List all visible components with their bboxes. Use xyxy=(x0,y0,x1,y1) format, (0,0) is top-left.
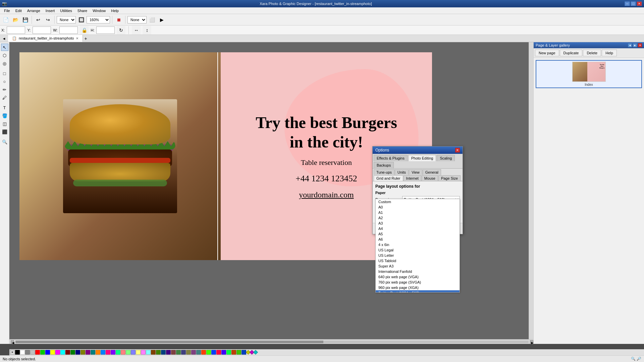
option-a0[interactable]: A0 xyxy=(376,204,460,210)
tab-nav-left[interactable]: ◄ xyxy=(0,35,8,42)
color-violet[interactable] xyxy=(111,350,115,355)
undo-button[interactable]: ↩ xyxy=(34,15,43,24)
color-maroon[interactable] xyxy=(65,350,70,355)
color-indigo[interactable] xyxy=(166,350,171,355)
color-magenta[interactable] xyxy=(55,350,60,355)
option-us-legal[interactable]: US Legal xyxy=(376,247,460,253)
color-salmon[interactable] xyxy=(121,350,125,355)
color-red[interactable] xyxy=(35,350,40,355)
color-hot-pink[interactable] xyxy=(106,350,110,355)
option-intl-fanfold[interactable]: International Fanfold xyxy=(376,269,460,274)
color-chartreuse[interactable] xyxy=(206,350,211,355)
color-leaf-green[interactable] xyxy=(236,350,241,355)
tool-contour[interactable]: ◎ xyxy=(1,60,8,67)
delete-page-btn[interactable]: Delete xyxy=(583,50,601,56)
scroll-right-btn[interactable]: ► xyxy=(530,340,533,344)
color-olive[interactable] xyxy=(80,350,85,355)
lock-aspect[interactable]: 🔒 xyxy=(80,26,89,35)
menu-help[interactable]: Help xyxy=(108,8,121,13)
color-emerald[interactable] xyxy=(226,350,231,355)
option-super-a3[interactable]: Super A3 xyxy=(376,263,460,269)
option-a6[interactable]: A6 xyxy=(376,237,460,242)
color-green[interactable] xyxy=(40,350,45,355)
menu-share[interactable]: Share xyxy=(75,8,90,13)
color-sage[interactable] xyxy=(176,350,181,355)
color-rust[interactable] xyxy=(231,350,236,355)
page-thumbnail[interactable]: Try thebestBurgers Index xyxy=(536,60,642,88)
color-navy[interactable] xyxy=(75,350,80,355)
option-a4[interactable]: A4 xyxy=(376,226,460,231)
scroll-left-btn[interactable]: ◄ xyxy=(11,340,14,344)
tab-close-btn[interactable]: ✕ xyxy=(76,37,78,40)
blend-select[interactable]: None xyxy=(127,16,147,23)
subtab-grid-ruler[interactable]: Grid and Ruler xyxy=(374,175,403,181)
tab-backups[interactable]: Backups xyxy=(374,162,394,168)
h-scroll-thumb[interactable] xyxy=(15,341,323,343)
tool-selector[interactable]: ↖ xyxy=(1,44,8,51)
color-yellow[interactable] xyxy=(50,350,55,355)
option-a5[interactable]: A5 xyxy=(376,231,460,237)
color-orange[interactable] xyxy=(96,350,100,355)
h-scroll-track[interactable] xyxy=(15,341,529,343)
color-teal[interactable] xyxy=(91,350,95,355)
rotate-btn[interactable]: ↻ xyxy=(117,26,125,35)
color-slate[interactable] xyxy=(181,350,186,355)
close-button[interactable]: ✕ xyxy=(637,1,642,6)
color-spring-green[interactable] xyxy=(116,350,120,355)
tool-zoom[interactable]: 🔍 xyxy=(1,138,8,145)
color-lime-dark[interactable] xyxy=(156,350,161,355)
tab-photo-editing[interactable]: Photo Editing xyxy=(408,155,436,161)
color-electric-blue[interactable] xyxy=(221,350,226,355)
tool-transparency[interactable]: ◫ xyxy=(1,120,8,127)
tool-ellipse[interactable]: ○ xyxy=(1,78,8,85)
menu-utilities[interactable]: Utilities xyxy=(57,8,74,13)
color-white[interactable] xyxy=(20,350,25,355)
zoom-select[interactable]: 160% 100% 50% xyxy=(87,16,110,23)
height-input[interactable] xyxy=(96,26,115,34)
color-sienna[interactable] xyxy=(171,350,176,355)
coord-x-input[interactable] xyxy=(7,26,25,34)
menu-window[interactable]: Window xyxy=(90,8,108,13)
subtab-general[interactable]: General xyxy=(423,169,441,175)
subtab-tune-ups[interactable]: Tune-ups xyxy=(374,169,394,175)
color-purple[interactable] xyxy=(86,350,90,355)
tab-effects-plugins[interactable]: Effects & Plugins xyxy=(374,155,408,161)
color-silver[interactable] xyxy=(30,350,35,355)
option-a1[interactable]: A1 xyxy=(376,210,460,215)
v-scrollbar[interactable] xyxy=(529,42,533,339)
option-960-web[interactable]: 960 pix web page (XGA) xyxy=(376,285,460,290)
new-page-btn[interactable]: New page xyxy=(535,50,559,56)
options-close-btn[interactable]: ✕ xyxy=(455,148,460,153)
paper-size-dropdown[interactable]: Custom A0 A1 A2 A3 A4 A5 A6 4 x 6in US L… xyxy=(375,199,460,293)
color-light-yellow[interactable] xyxy=(136,350,141,355)
option-twitter-post[interactable]: Twitter Post (1024 x 512) xyxy=(376,290,460,293)
open-button[interactable]: 📂 xyxy=(11,15,20,24)
tool-blend[interactable]: ⬛ xyxy=(1,128,8,135)
color-red-orange[interactable] xyxy=(201,350,206,355)
subtab-mouse[interactable]: Mouse xyxy=(422,175,438,181)
menu-insert[interactable]: Insert xyxy=(43,8,58,13)
tool-pen[interactable]: 🖊 xyxy=(1,94,8,101)
option-640-web[interactable]: 640 pix web page (VGA) xyxy=(376,274,460,280)
color-dusty-rose[interactable] xyxy=(191,350,196,355)
tab-scaling[interactable]: Scaling xyxy=(437,155,455,161)
color-cobalt[interactable] xyxy=(161,350,166,355)
tool-freehand[interactable]: ✏ xyxy=(1,86,8,93)
option-760-web[interactable]: 760 pix web page (SVGA) xyxy=(376,280,460,285)
flip-h-btn[interactable]: ↔ xyxy=(132,26,141,35)
color-khaki[interactable] xyxy=(186,350,191,355)
color-royal-blue[interactable] xyxy=(211,350,216,355)
stop-button[interactable]: ⏹ xyxy=(114,15,123,24)
new-button[interactable]: 📄 xyxy=(1,15,10,24)
maximize-button[interactable]: □ xyxy=(631,1,636,6)
gallery-nav-right[interactable]: ► xyxy=(633,43,637,47)
color-diamond3[interactable] xyxy=(253,350,258,355)
tool-text[interactable]: T xyxy=(1,104,8,111)
color-gray[interactable] xyxy=(25,350,30,355)
snap-select[interactable]: None xyxy=(57,16,76,23)
subtab-units[interactable]: Units xyxy=(395,169,409,175)
color-blue[interactable] xyxy=(45,350,50,355)
redo-button[interactable]: ↪ xyxy=(44,15,52,24)
gallery-close-btn[interactable]: ✕ xyxy=(638,43,642,47)
subtab-page-size[interactable]: Page Size xyxy=(438,175,461,181)
